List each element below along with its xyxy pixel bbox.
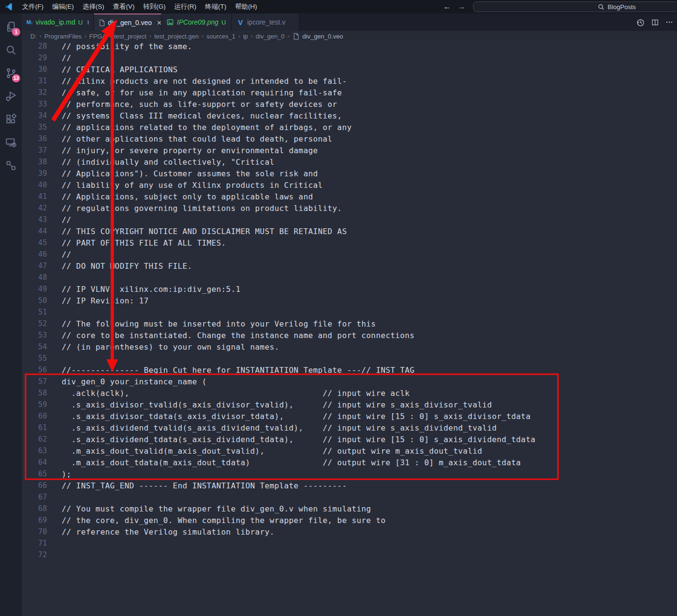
code-line[interactable]: 49// IP VLNV: xilinx.com:ip:div_gen:5.1 <box>22 283 677 295</box>
line-number: 55 <box>22 354 47 363</box>
sidebar-item-extensions[interactable] <box>0 108 22 131</box>
menu-item-4[interactable]: 转到(G) <box>139 0 170 13</box>
code-line[interactable]: 36// other applications that could lead … <box>22 133 677 144</box>
code-line[interactable]: 43// <box>22 214 677 225</box>
line-number: 54 <box>22 342 47 351</box>
forward-arrow-icon[interactable]: → <box>458 2 465 11</box>
breadcrumb-item[interactable]: test_project.gen <box>153 33 200 40</box>
code-line[interactable]: 44// THIS COPYRIGHT NOTICE AND DISCLAIME… <box>22 225 677 237</box>
sidebar-item-run-debug[interactable] <box>0 85 22 108</box>
extensions-icon <box>5 113 17 126</box>
code-line[interactable]: 67 <box>22 491 677 503</box>
code-line[interactable]: 38// (individually and collectively, "Cr… <box>22 156 677 168</box>
code-line[interactable]: 72 <box>22 549 677 561</box>
code-line[interactable]: 68// You must compile the wrapper file d… <box>22 503 677 514</box>
code-line[interactable]: 66// INST_TAG_END ------ End INSTANTIATI… <box>22 480 677 491</box>
sidebar-item-explorer[interactable]: 1 <box>0 15 22 39</box>
code-line[interactable]: 47// DO NOT MODIFY THIS FILE. <box>22 260 677 272</box>
code-line[interactable]: 39// Applications"). Customer assumes th… <box>22 168 677 179</box>
chevron-right-icon: › <box>147 33 153 39</box>
breadcrumb-item[interactable]: div_gen_0.veo <box>292 33 345 40</box>
code-line[interactable]: 64 .m_axis_dout_tdata(m_axis_dout_tdata)… <box>22 457 677 468</box>
sidebar-item-source-control[interactable]: 13 <box>0 62 22 85</box>
code-line[interactable]: 56//-------------- Begin Cut here for IN… <box>22 364 677 376</box>
line-number: 58 <box>22 389 47 397</box>
code-line[interactable]: 69// the core, div_gen_0. When compiling… <box>22 514 677 526</box>
code-line[interactable]: 52// The following must be inserted into… <box>22 318 677 329</box>
sidebar-item-remote-explorer[interactable] <box>0 131 22 154</box>
tab-IPCore09-png[interactable]: IPCore09.pngU <box>161 13 232 31</box>
code-line[interactable]: 61 .s_axis_dividend_tvalid(s_axis_divide… <box>22 422 677 433</box>
split-editor-icon[interactable] <box>650 17 660 27</box>
menu-bar: 文件(F)编辑(E)选择(S)查看(V)转到(G)运行(R)终端(T)帮助(H) <box>18 0 262 13</box>
menu-item-1[interactable]: 编辑(E) <box>48 0 78 13</box>
activity-badge: 13 <box>12 74 20 82</box>
tab-div_gen_0-veo[interactable]: div_gen_0.veo✕ <box>94 13 161 31</box>
line-number: 36 <box>22 134 47 143</box>
code-line[interactable]: 33// performance, such as life-support o… <box>22 98 677 110</box>
code-line[interactable]: 59 .s_axis_divisor_tvalid(s_axis_divisor… <box>22 399 677 410</box>
menu-item-7[interactable]: 帮助(H) <box>231 0 262 13</box>
menu-item-5[interactable]: 运行(R) <box>170 0 201 13</box>
line-text: // IP Revision: 17 <box>62 296 149 305</box>
breadcrumb-item[interactable]: FPGA <box>88 33 107 40</box>
code-line[interactable]: 63 .m_axis_dout_tvalid(m_axis_dout_tvali… <box>22 445 677 457</box>
code-line[interactable]: 30// CRITICAL APPLICATIONS <box>22 64 677 75</box>
tab-vivado_ip-md[interactable]: M↓vivado_ip.mdU <box>22 13 94 31</box>
code-line[interactable]: 28// possibility of the same. <box>22 40 677 52</box>
more-actions-icon[interactable] <box>664 17 674 27</box>
line-text: // (in parentheses) to your own signal n… <box>62 342 279 352</box>
code-line[interactable]: 40// liability of any use of Xilinx prod… <box>22 179 677 191</box>
breadcrumb-item[interactable]: div_gen_0 <box>255 33 286 40</box>
breadcrumb-label: test_project.gen <box>154 33 199 40</box>
code-line[interactable]: 53// core to be instantiated. Change the… <box>22 329 677 341</box>
code-line[interactable]: 62 .s_axis_dividend_tdata(s_axis_dividen… <box>22 433 677 445</box>
sidebar-item-symbols[interactable] <box>0 154 22 177</box>
code-line[interactable]: 70// reference the Verilog simulation li… <box>22 526 677 537</box>
menu-item-0[interactable]: 文件(F) <box>18 0 48 13</box>
code-line[interactable]: 50// IP Revision: 17 <box>22 295 677 306</box>
breadcrumb-item[interactable]: ProgramFiles <box>43 33 82 40</box>
line-number: 40 <box>22 181 47 189</box>
breadcrumb-label: D: <box>30 33 37 40</box>
code-line[interactable]: 65); <box>22 468 677 480</box>
code-line[interactable]: 55 <box>22 353 677 364</box>
code-line[interactable]: 58 .aclk(aclk), // input wire aclk <box>22 387 677 399</box>
code-line[interactable]: 57div_gen_0 your_instance_name ( <box>22 376 677 387</box>
code-line[interactable]: 45// PART OF THIS FILE AT ALL TIMES. <box>22 237 677 249</box>
code-line[interactable]: 48 <box>22 272 677 283</box>
code-line[interactable]: 32// safe, or for use in any application… <box>22 87 677 98</box>
history-icon[interactable] <box>636 17 645 27</box>
sidebar-item-search[interactable] <box>0 39 22 62</box>
code-line[interactable]: 41// Applications, subject only to appli… <box>22 191 677 202</box>
line-number: 38 <box>22 157 47 166</box>
code-line[interactable]: 46// <box>22 249 677 260</box>
code-line[interactable]: 60 .s_axis_divisor_tdata(s_axis_divisor_… <box>22 410 677 422</box>
menu-item-2[interactable]: 选择(S) <box>78 0 108 13</box>
line-text: // INST_TAG_END ------ End INSTANTIATION… <box>62 481 347 490</box>
code-editor[interactable]: 28// possibility of the same.29//30// CR… <box>22 40 677 561</box>
breadcrumb-item[interactable]: test_project <box>113 33 147 40</box>
code-line[interactable]: 34// systems, Class III medical devices,… <box>22 110 677 121</box>
back-arrow-icon[interactable]: ← <box>443 2 451 11</box>
line-text: // reference the Verilog simulation libr… <box>62 527 274 537</box>
code-line[interactable]: 54// (in parentheses) to your own signal… <box>22 341 677 353</box>
line-number: 56 <box>22 366 47 374</box>
code-line[interactable]: 42// regulations governing limitations o… <box>22 202 677 214</box>
code-line[interactable]: 31// Xilinx products are not designed or… <box>22 75 677 87</box>
line-text: // Applications"). Customer assumes the … <box>62 169 318 178</box>
code-line[interactable]: 37// injury, or severe property or envir… <box>22 144 677 156</box>
menu-item-6[interactable]: 终端(T) <box>201 0 231 13</box>
code-line[interactable]: 71 <box>22 537 677 549</box>
command-search-box[interactable]: BlogPosts <box>473 1 677 12</box>
tab-ipcore_test-v[interactable]: Vipcore_test.v <box>232 13 299 31</box>
breadcrumb-label: test_project <box>114 33 146 40</box>
breadcrumb-item[interactable]: ip <box>242 33 249 40</box>
code-line[interactable]: 35// applications related to the deploym… <box>22 121 677 133</box>
menu-item-3[interactable]: 查看(V) <box>108 0 139 13</box>
breadcrumb-item[interactable]: sources_1 <box>205 33 236 40</box>
code-line[interactable]: 51 <box>22 306 677 318</box>
breadcrumb-item[interactable]: D: <box>29 33 38 40</box>
code-line[interactable]: 29// <box>22 52 677 64</box>
search-icon <box>5 44 17 56</box>
